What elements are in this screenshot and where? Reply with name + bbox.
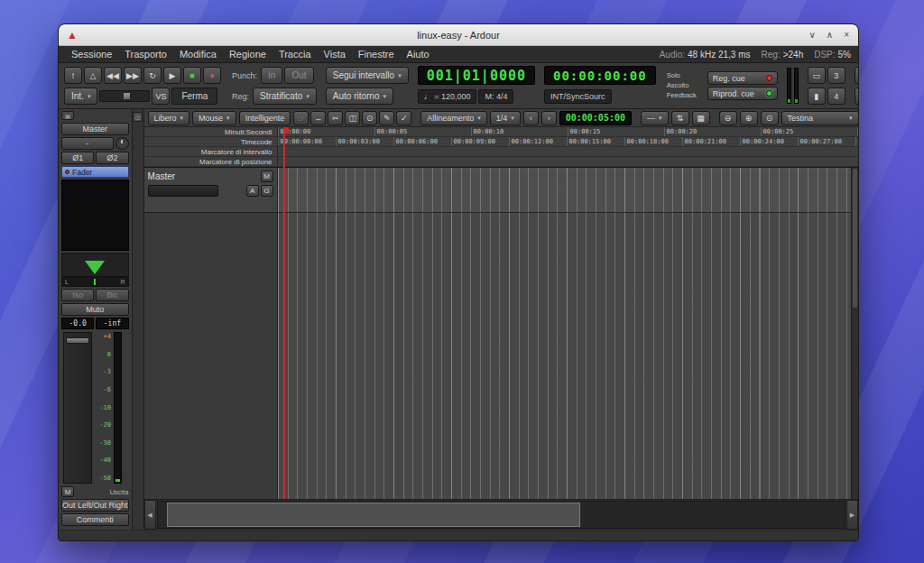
track-mute-button[interactable]: M xyxy=(261,171,273,182)
nudge-clock[interactable]: 00:00:05:00 xyxy=(559,111,632,125)
track-name[interactable]: Master xyxy=(148,171,176,181)
snap-mode-select[interactable]: Allineamento▾ xyxy=(420,111,487,125)
smart-mode-button[interactable]: Intelligente xyxy=(239,111,291,125)
titlebar[interactable]: ▲ linux-easy - Ardour ∨ ∧ × xyxy=(59,24,858,46)
menu-item[interactable]: Vista xyxy=(319,48,351,60)
fit-tracks-button[interactable]: ▦ xyxy=(692,111,710,125)
input-select[interactable]: - xyxy=(61,137,114,150)
zoom-full-button[interactable]: ⊙ xyxy=(761,111,779,125)
monitor-input-select[interactable]: Int.▾ xyxy=(64,88,97,105)
meter-point-button[interactable]: M xyxy=(61,486,74,497)
follow-range-select[interactable]: Segui intervallo▾ xyxy=(326,67,409,84)
rec-page-button[interactable]: Reg xyxy=(855,67,859,84)
pane-toggle-icon[interactable]: ◫ xyxy=(133,112,143,122)
punch-out-button[interactable]: Out xyxy=(284,67,313,84)
minimize-icon[interactable]: ∨ xyxy=(809,31,816,40)
gain-fader-handle[interactable] xyxy=(66,337,89,344)
phase-2-button[interactable]: Ø2 xyxy=(96,152,128,164)
punch-in-button[interactable]: In xyxy=(261,67,282,84)
processor-box[interactable] xyxy=(61,180,129,251)
output-routing-button[interactable]: Out Left/Out Right xyxy=(61,499,129,512)
vertical-scrollbar-thumb[interactable] xyxy=(853,169,857,308)
monitor-window-button[interactable]: ▭ xyxy=(808,67,826,84)
gain-display[interactable]: -0.0 xyxy=(61,318,94,329)
gain-fader[interactable] xyxy=(63,332,92,484)
range-marker-ruler[interactable] xyxy=(278,147,858,156)
master-track-header[interactable]: Master M A G xyxy=(144,168,277,213)
shuttle-thumb[interactable] xyxy=(123,92,131,100)
menu-item[interactable]: Finestre xyxy=(353,48,400,60)
solo-toggle[interactable]: Solo xyxy=(665,71,698,80)
primary-clock[interactable]: 001|01|0000 xyxy=(418,66,535,85)
zoom-out-button[interactable]: ⊖ xyxy=(719,111,737,125)
nudge-back-button[interactable]: ‹ xyxy=(523,111,539,125)
goto-start-button[interactable]: ◀◀ xyxy=(104,67,122,84)
track-group-button[interactable]: G xyxy=(261,185,273,197)
phase-1-button[interactable]: Ø1 xyxy=(61,152,94,164)
summary-pane[interactable] xyxy=(157,501,845,529)
play-button[interactable]: ▶ xyxy=(163,67,181,84)
playhead[interactable] xyxy=(283,127,285,499)
processor-led-icon[interactable] xyxy=(65,170,69,174)
feedback-toggle[interactable]: Feedback xyxy=(665,91,698,100)
pan-widget[interactable]: L R xyxy=(61,253,129,287)
strip-menu-icon[interactable]: ▤ xyxy=(61,111,74,120)
menu-item[interactable]: Regione xyxy=(224,48,272,60)
vertical-scrollbar[interactable] xyxy=(851,168,858,499)
menu-item[interactable]: Trasporto xyxy=(119,48,172,60)
play-cue-button[interactable]: Riprod. cue xyxy=(707,87,778,100)
edit-point-select[interactable]: Mouse▾ xyxy=(192,111,236,125)
tool-range-button[interactable]: ↔ xyxy=(310,111,326,125)
tool-grab-button[interactable]: ☞ xyxy=(293,111,309,125)
menu-item[interactable]: Modifica xyxy=(174,48,222,60)
menu-item[interactable]: Sessione xyxy=(66,48,117,60)
summary-scroll-right-button[interactable]: ▶ xyxy=(846,500,858,530)
peak-display[interactable]: -inf xyxy=(96,318,128,329)
track-gain-fader[interactable] xyxy=(148,185,218,197)
marker-select[interactable]: —▾ xyxy=(641,111,669,125)
ruler-name-range-marker[interactable]: Marcatore di intervallo xyxy=(144,147,278,156)
window-resize-edge[interactable] xyxy=(59,530,858,540)
zoom-in-button[interactable]: ⊕ xyxy=(740,111,758,125)
master-track-lane[interactable] xyxy=(278,168,851,213)
tool-edit-button[interactable]: ✓ xyxy=(396,111,411,125)
grid-mode-select[interactable]: Libero▾ xyxy=(148,111,190,125)
processor-fader-entry[interactable]: Fader xyxy=(61,166,129,178)
vari-speed-button[interactable]: VS xyxy=(152,88,170,105)
track-canvas[interactable] xyxy=(278,168,851,499)
maximize-icon[interactable]: ∧ xyxy=(827,31,833,40)
nudge-forward-button[interactable]: › xyxy=(541,111,557,125)
trim-knob[interactable] xyxy=(116,137,129,150)
zoom-focus-select[interactable]: Testina▾ xyxy=(781,111,859,125)
solo-lock-button[interactable]: Bic xyxy=(96,289,128,301)
midi-panic-button[interactable]: ! xyxy=(64,67,82,84)
tool-audition-button[interactable]: ⊙ xyxy=(362,111,377,125)
expand-tracks-button[interactable]: ⇅ xyxy=(671,111,689,125)
minsec-ruler[interactable]: 00:00:0000:00:0500:00:1000:00:1500:00:20… xyxy=(278,127,858,136)
goto-end-button[interactable]: ▶▶ xyxy=(124,67,142,84)
secondary-clock[interactable]: 00:00:00:00 xyxy=(544,66,656,85)
tempo-button[interactable]: ♩ = 120,000 xyxy=(418,89,477,104)
shuttle-slider[interactable] xyxy=(99,90,150,102)
layer-4-button[interactable]: 4 xyxy=(827,88,845,105)
meter-button[interactable]: M: 4/4 xyxy=(478,89,513,104)
tool-cut-button[interactable]: ✂ xyxy=(328,111,343,125)
tool-draw-button[interactable]: ✎ xyxy=(379,111,394,125)
master-strip-button[interactable]: Master xyxy=(61,123,129,135)
tool-stretch-button[interactable]: ◫ xyxy=(345,111,360,125)
ruler-name-location-marker[interactable]: Marcatore di posizione xyxy=(144,157,278,166)
meterbridge-button[interactable]: ▮ xyxy=(808,88,826,105)
sync-source-button[interactable]: INT/SyncSourc xyxy=(544,89,612,104)
comments-button[interactable]: Commenti xyxy=(61,513,129,526)
auto-return-select[interactable]: Auto ritorno▾ xyxy=(326,88,393,105)
ruler-name-minsec[interactable]: Minuti:Secondi xyxy=(144,127,278,136)
loop-button[interactable]: ↻ xyxy=(143,67,162,84)
ruler-name-timecode[interactable]: Timecode xyxy=(144,137,278,146)
record-button[interactable]: ● xyxy=(203,67,221,84)
close-icon[interactable]: × xyxy=(844,31,849,40)
summary-viewport[interactable] xyxy=(167,503,580,527)
location-marker-ruler[interactable] xyxy=(278,157,858,166)
menu-item[interactable]: Aiuto xyxy=(402,48,435,60)
timecode-ruler[interactable]: 00:00:00:0000:00:03:0000:00:06:0000:00:0… xyxy=(278,137,858,146)
cue-page-button[interactable]: Cue xyxy=(855,88,859,105)
